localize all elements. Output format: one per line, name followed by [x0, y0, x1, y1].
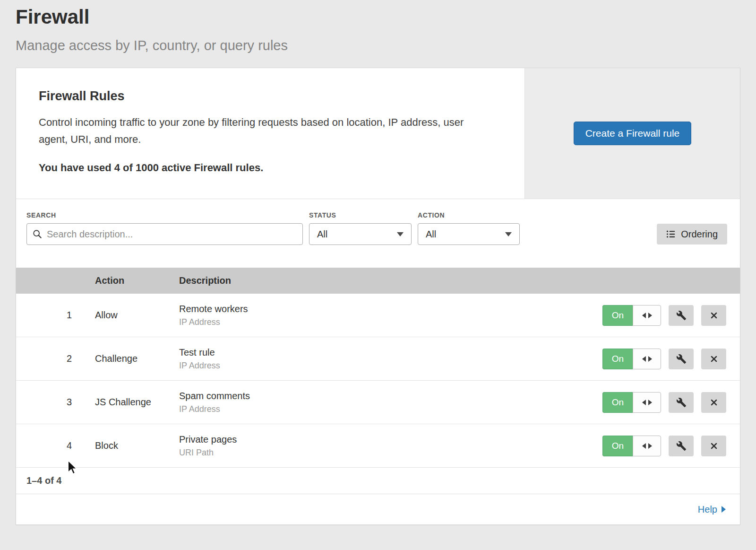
rule-controls: On	[602, 436, 740, 456]
rule-toggle[interactable]: On	[602, 392, 661, 413]
rule-toggle[interactable]: On	[602, 349, 661, 369]
action-select-value: All	[426, 229, 436, 240]
filters-bar: SEARCH STATUS All	[16, 199, 740, 268]
close-icon	[709, 354, 719, 364]
rule-toggle[interactable]: On	[602, 436, 661, 456]
wrench-icon	[676, 354, 687, 364]
action-select[interactable]: All	[418, 223, 520, 245]
toggle-on-label: On	[602, 349, 633, 369]
rule-subtitle: IP Address	[179, 404, 602, 414]
card-top-actions: Create a Firewall rule	[524, 68, 740, 199]
rule-action: JS Challenge	[95, 397, 179, 408]
action-filter: ACTION All	[418, 211, 520, 245]
card-top-info: Firewall Rules Control incoming traffic …	[16, 68, 524, 199]
wrench-icon	[676, 441, 687, 451]
rule-description: Spam comments IP Address	[179, 391, 602, 414]
edit-rule-button[interactable]	[669, 305, 694, 326]
mouse-cursor-icon	[66, 460, 78, 474]
rule-action: Challenge	[95, 353, 179, 364]
ordering-button-label: Ordering	[681, 229, 718, 240]
toggle-handle-icon	[633, 349, 661, 369]
toggle-on-label: On	[602, 392, 633, 413]
rule-toggle[interactable]: On	[602, 305, 661, 326]
card-top-section: Firewall Rules Control incoming traffic …	[16, 68, 740, 199]
table-header: Action Description	[16, 268, 740, 294]
rule-number: 1	[16, 310, 72, 321]
help-link-label: Help	[698, 504, 717, 515]
rule-subtitle: IP Address	[179, 361, 602, 371]
toggle-handle-icon	[633, 436, 661, 456]
close-icon	[709, 398, 719, 407]
status-filter: STATUS All	[309, 211, 412, 245]
delete-rule-button[interactable]	[701, 305, 726, 326]
rule-description: Private pages URI Path	[179, 434, 602, 458]
rule-description: Test rule IP Address	[179, 347, 602, 371]
toggle-handle-icon	[633, 305, 661, 326]
table-row: 1 Allow Remote workers IP Address On	[16, 294, 740, 337]
rule-number: 4	[16, 440, 72, 451]
column-action: Action	[95, 275, 179, 286]
close-icon	[709, 311, 719, 320]
page-subtitle: Manage access by IP, country, or query r…	[16, 38, 740, 53]
toggle-on-label: On	[602, 436, 633, 456]
search-label: SEARCH	[26, 211, 303, 219]
delete-rule-button[interactable]	[701, 392, 726, 413]
rule-number: 3	[16, 397, 72, 408]
ordering-button[interactable]: Ordering	[657, 224, 727, 244]
rule-subtitle: URI Path	[179, 448, 602, 458]
status-label: STATUS	[309, 211, 412, 219]
search-input[interactable]	[26, 223, 303, 245]
usage-text: You have used 4 of 1000 active Firewall …	[39, 162, 502, 174]
card-description: Control incoming traffic to your zone by…	[39, 114, 488, 148]
rule-number: 2	[16, 353, 72, 364]
status-select[interactable]: All	[309, 223, 412, 245]
toggle-handle-icon	[633, 392, 661, 413]
help-strip: Help	[16, 494, 740, 524]
edit-rule-button[interactable]	[669, 349, 694, 369]
rule-subtitle: IP Address	[179, 317, 602, 327]
table-row: 3 JS Challenge Spam comments IP Address …	[16, 381, 740, 424]
rule-title: Remote workers	[179, 304, 602, 314]
action-label: ACTION	[418, 211, 520, 219]
rule-title: Spam comments	[179, 391, 602, 402]
delete-rule-button[interactable]	[701, 436, 726, 456]
chevron-down-icon	[397, 232, 404, 236]
rule-controls: On	[602, 392, 740, 413]
toggle-on-label: On	[602, 305, 633, 326]
wrench-icon	[676, 310, 687, 321]
rule-action: Allow	[95, 310, 179, 321]
page: Firewall Manage access by IP, country, o…	[0, 0, 756, 525]
edit-rule-button[interactable]	[669, 436, 694, 456]
status-select-value: All	[317, 229, 327, 240]
edit-rule-button[interactable]	[669, 392, 694, 413]
wrench-icon	[676, 397, 687, 408]
search-icon	[33, 229, 42, 239]
close-icon	[709, 441, 719, 451]
arrow-right-icon	[722, 506, 726, 513]
card-heading: Firewall Rules	[39, 89, 502, 104]
help-link[interactable]: Help	[698, 504, 726, 515]
delete-rule-button[interactable]	[701, 349, 726, 369]
create-firewall-rule-button[interactable]: Create a Firewall rule	[574, 122, 692, 145]
page-title: Firewall	[16, 0, 740, 28]
rule-title: Private pages	[179, 434, 602, 445]
search-filter: SEARCH	[26, 211, 303, 245]
firewall-card: Firewall Rules Control incoming traffic …	[16, 68, 740, 525]
column-description: Description	[179, 275, 740, 286]
pagination: 1–4 of 4	[16, 468, 740, 494]
chevron-down-icon	[505, 232, 512, 236]
rule-action: Block	[95, 440, 179, 451]
rule-description: Remote workers IP Address	[179, 304, 602, 327]
table-row: 4 Block Private pages URI Path On	[16, 424, 740, 468]
table-row: 2 Challenge Test rule IP Address On	[16, 337, 740, 381]
rule-title: Test rule	[179, 347, 602, 358]
rule-controls: On	[602, 305, 740, 326]
list-icon	[666, 229, 676, 239]
rule-controls: On	[602, 349, 740, 369]
